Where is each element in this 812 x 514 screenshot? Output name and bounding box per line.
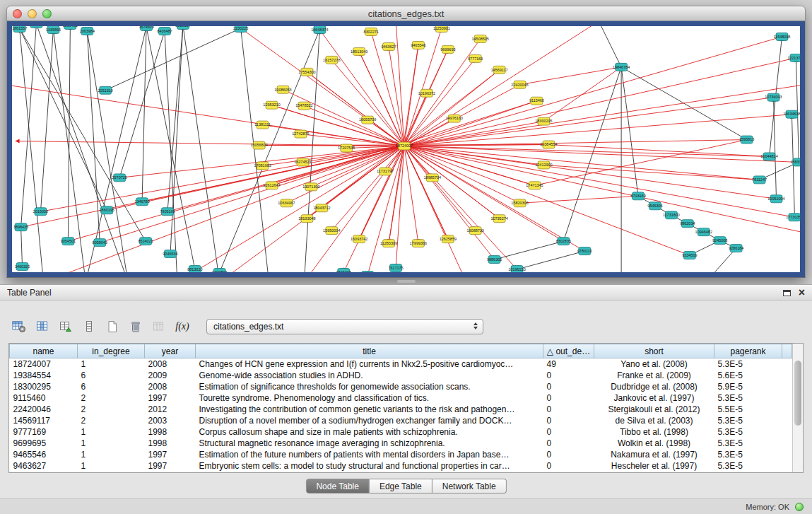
graph-node[interactable]: 16055709 <box>359 116 376 124</box>
graph-node[interactable]: 10051004 <box>767 195 784 203</box>
table-cell[interactable]: 9463627 <box>10 460 78 472</box>
graph-node[interactable]: 12213789 <box>787 54 800 62</box>
graph-edge[interactable] <box>404 146 517 269</box>
graph-edge[interactable] <box>621 67 638 196</box>
graph-edge[interactable] <box>119 31 165 177</box>
table-cell[interactable]: 0 <box>543 415 594 426</box>
graph-edge[interactable] <box>404 26 599 146</box>
graph-node[interactable]: 10590021 <box>359 271 376 272</box>
graph-node[interactable]: 2051310 <box>98 86 113 94</box>
table-cell[interactable]: Estimation of the future numbers of pati… <box>196 449 543 460</box>
graph-edge[interactable] <box>599 26 621 67</box>
graph-node[interactable]: 15820306 <box>511 199 528 207</box>
table-cell[interactable]: 1998 <box>145 438 196 449</box>
show-columns-button[interactable] <box>32 317 53 337</box>
table-cell[interactable]: Embryonic stem cells: a model to study s… <box>196 460 543 472</box>
graph-node[interactable]: 17730355 <box>786 214 800 221</box>
network-window-titlebar[interactable]: citations_edges.txt <box>6 6 806 21</box>
graph-edge[interactable] <box>331 60 404 146</box>
table-cell[interactable]: 14569117 <box>10 415 78 426</box>
table-cell[interactable]: Franke et al. (2009) <box>594 370 714 381</box>
table-cell[interactable]: Genome-wide association studies in ADHD. <box>196 370 543 381</box>
table-cell[interactable]: Estimation of significance thresholds fo… <box>196 381 543 392</box>
graph-node[interactable]: 15833911 <box>790 158 800 166</box>
graph-node[interactable]: 18513049 <box>351 47 367 55</box>
graph-node[interactable]: 8099482 <box>63 26 78 29</box>
table-cell[interactable]: 5.3E-5 <box>714 392 782 404</box>
graph-edge[interactable] <box>520 67 622 85</box>
table-cell[interactable]: 0 <box>543 392 594 404</box>
graph-node[interactable]: 9699695 <box>440 45 455 53</box>
table-row[interactable]: 2242004622012Investigating the contribut… <box>10 404 792 415</box>
graph-edge[interactable] <box>105 28 240 90</box>
import-table-button[interactable] <box>148 317 170 337</box>
graph-node[interactable]: 13071309 <box>302 183 319 191</box>
graph-node[interactable]: 9777169 <box>468 54 483 62</box>
table-cell[interactable]: Tourette syndrome. Phenomenology and cla… <box>196 392 543 404</box>
graph-node[interactable]: 9046534 <box>163 250 177 258</box>
table-cell[interactable]: 1997 <box>145 392 196 404</box>
graph-node[interactable]: 9286184 <box>729 245 743 252</box>
table-cell[interactable]: 5.3E-5 <box>714 426 782 438</box>
column-header[interactable]: name <box>10 344 78 358</box>
graph-node[interactable]: 14569117 <box>491 66 508 74</box>
graph-edge[interactable] <box>404 146 584 252</box>
table-row[interactable]: 1938455462009Genome-wide association stu… <box>10 370 792 381</box>
graph-edge[interactable] <box>517 251 585 269</box>
table-cell[interactable]: Wolkin et al. (1998) <box>594 438 714 449</box>
graph-edge[interactable] <box>87 31 128 272</box>
table-cell[interactable]: Changes of HCN gene expression and I(f) … <box>196 358 543 370</box>
row-mode-button[interactable] <box>78 317 100 337</box>
graph-node[interactable]: 1595813 <box>739 136 754 144</box>
table-cell[interactable]: 22420046 <box>10 404 78 415</box>
table-row[interactable]: 1456911722003Disruption of a novel membe… <box>10 415 792 426</box>
graph-node[interactable]: 7905199 <box>160 208 175 216</box>
graph-node[interactable]: 2016050 <box>33 208 48 216</box>
table-cell[interactable]: 6 <box>78 370 145 381</box>
table-cell[interactable]: Dudbridge et al. (2008) <box>594 381 714 392</box>
graph-node[interactable]: 12625859 <box>440 235 457 243</box>
table-cell[interactable]: Jankovic et al. (1997) <box>594 392 714 404</box>
graph-node[interactable]: 10946482 <box>695 228 712 236</box>
close-window-button[interactable] <box>13 9 22 18</box>
graph-edge[interactable] <box>100 146 404 243</box>
graph-node[interactable]: 16648374 <box>311 26 328 33</box>
graph-node[interactable]: 11548098 <box>774 33 791 40</box>
graph-node[interactable]: 1335866 <box>46 26 61 33</box>
graph-node[interactable]: 14976160 <box>446 115 463 122</box>
table-cell[interactable]: 9699695 <box>10 438 78 449</box>
graph-node[interactable]: 10634967 <box>278 199 295 207</box>
table-cell[interactable]: Stergiakouli et al. (2012) <box>594 404 714 415</box>
table-cell[interactable]: Nakamura et al. (1997) <box>594 449 714 460</box>
table-cell[interactable]: 18300295 <box>10 381 78 392</box>
table-cell[interactable]: 2 <box>78 415 145 426</box>
graph-node[interactable]: 3018167 <box>175 26 190 29</box>
table-cell[interactable]: 6 <box>78 381 145 392</box>
table-cell[interactable]: 0 <box>543 426 594 438</box>
graph-node[interactable]: 11283309 <box>380 240 397 247</box>
graph-edge[interactable] <box>404 101 536 146</box>
graph-node[interactable]: 8058043 <box>93 239 107 247</box>
graph-edge[interactable] <box>796 58 799 163</box>
graph-node[interactable]: 12742875 <box>292 130 309 138</box>
graph-edge[interactable] <box>331 146 404 231</box>
column-header[interactable]: title <box>196 344 543 358</box>
graph-node[interactable]: 18300295 <box>535 117 552 125</box>
function-builder-button[interactable]: f(x) <box>172 317 193 337</box>
table-cell[interactable]: Disruption of a novel member of a sodium… <box>196 415 543 426</box>
table-cell[interactable]: 19384554 <box>10 370 78 381</box>
scrollbar-thumb[interactable] <box>794 361 801 426</box>
graph-edge[interactable] <box>304 30 319 272</box>
column-header[interactable]: △ out_de… <box>543 344 594 358</box>
tab-network-table[interactable]: Network Table <box>433 479 507 493</box>
graph-edge[interactable] <box>404 146 520 204</box>
graph-node[interactable]: 18724007 <box>396 142 413 150</box>
graph-node[interactable]: 7617175 <box>388 264 403 272</box>
table-cell[interactable]: de Silva et al. (2003) <box>594 415 714 426</box>
table-cell[interactable]: 0 <box>543 460 594 472</box>
graph-node[interactable]: 14634638 <box>783 110 800 118</box>
graph-edge[interactable] <box>543 67 621 122</box>
table-cell[interactable]: 5.3E-5 <box>714 460 782 472</box>
graph-node[interactable]: 17999366 <box>410 240 427 247</box>
graph-node[interactable]: 9886305 <box>487 256 502 264</box>
